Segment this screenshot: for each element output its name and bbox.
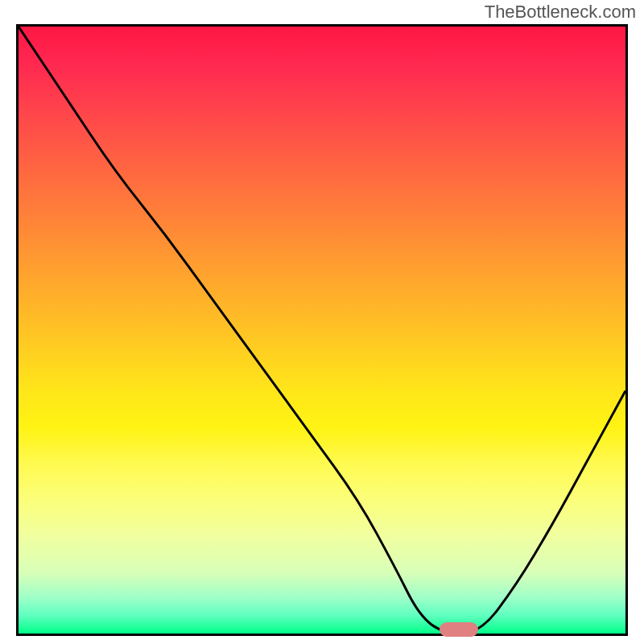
optimal-point-marker — [440, 622, 478, 637]
chart-area — [16, 24, 628, 636]
watermark-text: TheBottleneck.com — [485, 2, 636, 23]
bottleneck-curve-line — [19, 27, 625, 634]
curve-plot — [19, 27, 625, 634]
